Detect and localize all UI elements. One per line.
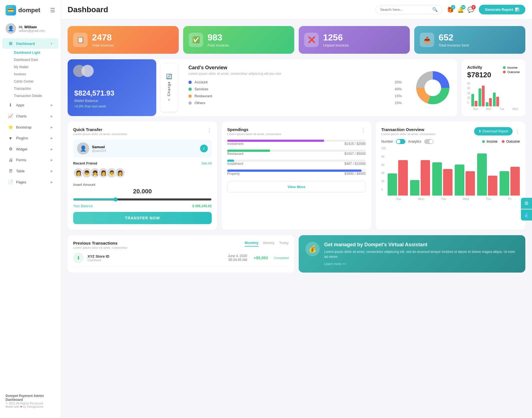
transfer-now-button[interactable]: TRANSFER NOW <box>73 212 212 224</box>
bell-icon-badge[interactable]: 🔔 12 <box>457 6 464 13</box>
bell-badge: 12 <box>461 5 466 9</box>
sidebar-item-dashboard[interactable]: ⊞ Dashboard ▼ <box>2 38 58 49</box>
chat-icon-badge[interactable]: 💬 5 <box>467 6 474 13</box>
hamburger-icon[interactable]: ☰ <box>50 7 55 14</box>
transaction-overview-panel: Transaction Overview Lorem ipsum dolor s… <box>376 122 525 230</box>
income-label: Income <box>507 66 517 69</box>
sidebar-item-table[interactable]: ☰ Table ▶ <box>2 166 58 176</box>
generate-report-button[interactable]: Generate Report 📊 <box>479 5 525 14</box>
others-label: Others <box>195 101 392 105</box>
unpaid-invoices-icon-wrap: ❌ <box>304 33 319 47</box>
sidebar-item-plugins-label: Plugins <box>16 136 28 140</box>
change-button[interactable]: 🔄 Change ▼ <box>161 64 177 112</box>
sidebar-item-transaction-details[interactable]: Transaction Details <box>8 92 61 99</box>
unpaid-invoices-number: 1256 <box>323 32 349 43</box>
transaction-overview-header: Transaction Overview Lorem ipsum dolor s… <box>381 127 520 136</box>
spending-items: Investment $1415 / $2000 <box>227 140 366 176</box>
spending-installment: Installment $487 / $10000 <box>227 160 366 166</box>
activity-title: Activity <box>467 65 491 70</box>
settings-float-button[interactable]: ⚙ <box>521 198 532 209</box>
transaction-menu-icon[interactable]: ⋮ <box>515 128 520 134</box>
sidebar-item-bootstrap[interactable]: ⭐ Bootstrap ▶ <box>2 122 58 132</box>
gift-icon-badge[interactable]: 🎁 2 <box>447 6 454 13</box>
friend-6[interactable]: 👩 <box>115 168 125 178</box>
unpaid-invoices-label: Unpaid Invoices <box>323 43 349 47</box>
paid-invoices-label: Paid Invoices <box>208 43 229 47</box>
dashboard-icon: ⊞ <box>8 41 13 46</box>
amount-label: Insert Amount <box>73 183 212 187</box>
activity-bar-labels: SunMonTueWed <box>471 107 520 111</box>
activity-card: Activity $78120 Income Outcome <box>462 59 525 116</box>
activity-amount: $78120 <box>467 71 491 79</box>
va-learn-more-link[interactable]: Learn more >> <box>324 262 519 266</box>
quick-transfer-menu-icon[interactable]: ⋮ <box>207 127 212 133</box>
activity-bars-container: SunMonTueWed <box>471 82 520 111</box>
number-toggle[interactable] <box>396 139 405 144</box>
spendings-menu-icon[interactable]: ⋮ <box>361 127 366 133</box>
transaction-overview-actions: ⬇ Download Report ⋮ <box>474 127 520 135</box>
restaurant-bar <box>227 150 270 152</box>
transfer-user-id: @sam224 <box>92 149 106 152</box>
sidebar-item-dashboard-light[interactable]: Dashboard Light <box>8 49 61 56</box>
tab-weekly[interactable]: Weekly <box>263 241 275 247</box>
tab-today[interactable]: Today <box>279 241 289 247</box>
balance-label: Your Balance <box>73 204 93 208</box>
overview-desc: Lorem ipsum dolor sit amet, consectetur … <box>188 72 402 76</box>
wallet-label: Wallet Balance <box>74 99 150 103</box>
restaurant-header: Restaurant $1567 / $5000 <box>227 152 366 156</box>
apps-icon: ℹ <box>8 102 13 107</box>
quick-transfer-desc: Lorem ipsum dolor sit amet, consectetur <box>73 132 127 136</box>
wallet-trend: +0.8% than last week <box>74 104 150 108</box>
sidebar-item-my-wallet[interactable]: My Wallet <box>8 63 61 71</box>
wallet-card: $824,571.93 Wallet Balance +0.8% than la… <box>68 59 156 116</box>
sidebar-item-forms-label: Forms <box>16 158 26 162</box>
amount-slider[interactable] <box>73 197 212 202</box>
water-float-button[interactable]: 💧 <box>521 209 532 220</box>
sidebar-item-widget[interactable]: ⚙ Widget ▶ <box>2 144 58 154</box>
heart-icon: ♥ <box>20 405 22 408</box>
sidebar-item-transaction[interactable]: Transaction <box>8 85 61 92</box>
trans-outcome-legend: Outcome <box>502 140 520 143</box>
x-circle-icon: ❌ <box>308 36 315 43</box>
view-more-button[interactable]: View More <box>227 181 366 193</box>
search-input[interactable] <box>380 7 430 12</box>
trans-bar-wed <box>455 165 475 196</box>
spending-property: Property $3890 / $4000 <box>227 170 366 176</box>
sidebar-item-dashboard-label: Dashboard <box>16 42 35 46</box>
sidebar-item-apps-label: Apps <box>16 103 24 107</box>
trans-amount: +$5,553 <box>254 256 268 260</box>
toggle-knob <box>397 140 400 143</box>
sidebar-item-invoices[interactable]: Invoices <box>8 71 61 78</box>
footer-copy: © 2021 All Rights Reserved <box>6 402 55 405</box>
trans-date: June 4, 2020 05:34:45 AM <box>228 254 247 262</box>
analytics-toggle[interactable] <box>424 139 434 144</box>
sidebar-item-cards-center[interactable]: Cards Center <box>8 78 61 85</box>
tab-monthly[interactable]: Monthly <box>245 241 259 247</box>
trans-type: Cashback <box>88 258 109 262</box>
recent-friends-title: Recent Friend <box>73 161 97 165</box>
plugins-icon: ♥ <box>8 136 13 140</box>
total-invoices-label: Total Invoices <box>92 43 114 47</box>
sidebar-item-apps[interactable]: ℹ Apps ▶ <box>2 100 58 110</box>
stat-cards: 📋 2478 Total Invoices ✅ 983 Paid Invoice… <box>68 26 525 54</box>
account-dot <box>188 81 192 84</box>
card-circles <box>73 65 94 77</box>
virtual-assistant-card: 💰 Get managed by Dompet's Virtual Assist… <box>299 235 525 273</box>
download-report-button[interactable]: ⬇ Download Report <box>474 127 513 135</box>
sun-outcome-bar <box>475 101 477 106</box>
services-dot <box>188 88 192 91</box>
see-more-link[interactable]: See All <box>201 161 212 165</box>
others-dot <box>188 101 192 105</box>
bootstrap-icon: ⭐ <box>8 125 13 130</box>
overview-item-account: Account 20% <box>188 80 402 84</box>
investment-amount: $1415 / $2000 <box>344 142 366 146</box>
sidebar-item-forms[interactable]: 🖨 Forms ▶ <box>2 155 58 165</box>
trans-tue-outcome <box>443 169 452 196</box>
sidebar-item-plugins[interactable]: ♥ Plugins ▶ <box>2 133 58 143</box>
bottom-row: Quick Transfer Lorem ipsum dolor sit ame… <box>68 122 525 230</box>
user-email: william@gmail.com <box>19 29 45 32</box>
sidebar-item-pages[interactable]: 📄 Pages ▶ <box>2 177 58 187</box>
sidebar-item-charts[interactable]: 📈 Charts ▶ <box>2 111 58 121</box>
trans-status: Completed <box>274 256 289 260</box>
sidebar-item-dashboard-dark[interactable]: Dashboard Dark <box>8 56 61 63</box>
